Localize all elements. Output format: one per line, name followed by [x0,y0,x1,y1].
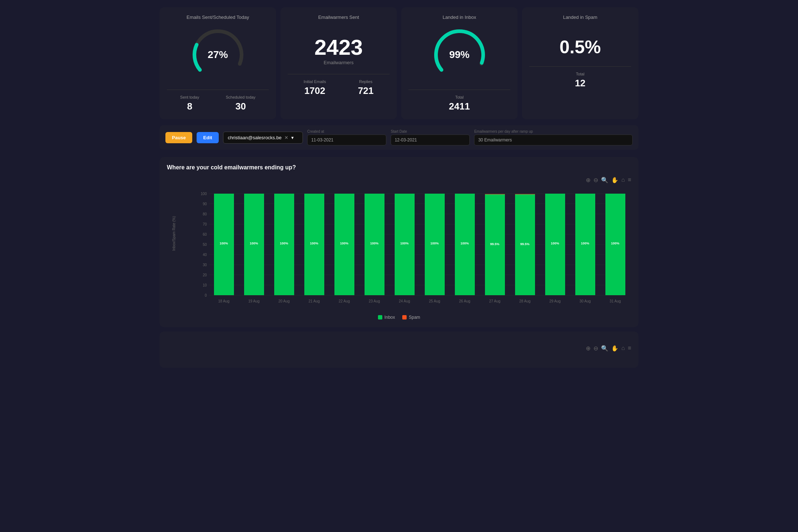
svg-text:99.5%: 99.5% [490,242,499,246]
filter-bar: Pause Edit christiaan@salesrocks.be ✕ ▾ … [160,125,638,150]
chart-zoom-out-icon[interactable]: ⊖ [593,177,598,183]
svg-text:0: 0 [205,293,207,297]
svg-text:100%: 100% [611,242,619,245]
svg-text:20 Aug: 20 Aug [278,299,289,303]
svg-text:90: 90 [203,202,207,206]
card-sent-scheduled: Emails Sent/Scheduled Today 27% Sent tod… [160,7,276,119]
stat-inbox-total-label: Total [449,95,470,99]
gauge-inbox-label: 99% [449,49,469,61]
card-spam: Landed in Spam 0.5% Total 12 [522,7,638,119]
svg-text:26 Aug: 26 Aug [459,299,470,303]
svg-text:99.5%: 99.5% [520,242,530,246]
filter-start-date: Start Date 12-03-2021 [391,129,470,145]
stat-replies-label: Replies [358,79,374,84]
card-inbox-stats: Total 2411 [408,90,510,112]
chart-home-icon[interactable]: ⌂ [621,177,625,183]
stat-scheduled-today-label: Scheduled today [226,95,255,99]
svg-text:100%: 100% [581,242,589,245]
gauge-inbox-wrap: 99% [431,26,489,84]
chart-menu-icon[interactable]: ≡ [628,177,631,183]
stat-spam-total-value: 12 [575,78,585,89]
ewarmers-big: 2423 Emailwarmers [288,26,390,69]
svg-text:28 Aug: 28 Aug [519,299,530,303]
stat-replies: Replies 721 [358,79,374,96]
pause-button[interactable]: Pause [165,132,192,143]
email-select-clear-icon[interactable]: ✕ [284,135,288,140]
ewarmers-number: 2423 [288,37,390,58]
chart-section-2: ⊕ ⊖ 🔍 ✋ ⌂ ≡ [160,331,638,368]
card-inbox: Landed in Inbox 99% Total 2411 [401,7,518,119]
svg-text:60: 60 [203,232,207,236]
stat-inbox-total-value: 2411 [449,101,470,112]
svg-text:20: 20 [203,273,207,277]
stat-inbox-total: Total 2411 [449,95,470,112]
chart-pan-icon[interactable]: ✋ [611,177,618,183]
edit-button[interactable]: Edit [197,132,219,143]
legend-inbox-dot [378,315,382,319]
stat-replies-value: 721 [358,85,374,96]
chart-toolbar: ⊕ ⊖ 🔍 ✋ ⌂ ≡ [167,177,631,183]
legend-inbox-label: Inbox [384,315,395,320]
card-emailwarmers: Emailwarmers Sent 2423 Emailwarmers Init… [280,7,397,119]
stat-initial-emails: Initial Emails 1702 [304,79,326,96]
spam-number: 0.5% [529,37,631,58]
svg-text:19 Aug: 19 Aug [248,299,259,303]
chart-wrapper: Inbox/Spam Rate (%) .grid-line { stroke:… [167,186,631,311]
email-select-chevron-icon[interactable]: ▾ [291,135,294,140]
stat-sent-today-label: Sent today [180,95,200,99]
stat-spam-total: Total 12 [575,72,585,89]
email-select-value: christiaan@salesrocks.be [228,135,281,140]
svg-text:30: 30 [203,263,207,267]
email-select[interactable]: christiaan@salesrocks.be ✕ ▾ [223,132,303,144]
svg-text:100%: 100% [551,242,559,245]
gauge-sent-container: 27% [167,26,269,84]
gauge-sent-label: 27% [207,49,228,61]
svg-text:21 Aug: 21 Aug [308,299,320,303]
chart-y-axis-label: Inbox/Spam Rate (%) [172,216,176,251]
chart2-pan-icon[interactable]: ✋ [611,345,618,352]
dashboard: Emails Sent/Scheduled Today 27% Sent tod… [160,7,638,368]
svg-text:31 Aug: 31 Aug [609,299,621,303]
bar-28aug-spam [515,194,535,194]
legend-inbox: Inbox [378,315,395,320]
card-spam-title: Landed in Spam [529,15,631,20]
stat-scheduled-today-value: 30 [226,101,255,112]
chart-search-icon[interactable]: 🔍 [601,177,608,183]
svg-text:100%: 100% [340,242,348,245]
filter-created-at: Created at 11-03-2021 [307,129,386,145]
stat-scheduled-today: Scheduled today 30 [226,95,255,112]
ewarmers-sub: Emailwarmers [288,60,390,65]
svg-text:29 Aug: 29 Aug [549,299,560,303]
chart2-menu-icon[interactable]: ≡ [628,345,631,352]
stat-spam-total-label: Total [575,72,585,76]
svg-text:100: 100 [201,192,207,196]
filter-created-at-value: 11-03-2021 [307,135,386,145]
chart2-home-icon[interactable]: ⌂ [621,345,625,352]
svg-text:100%: 100% [310,242,318,245]
legend-spam: Spam [402,315,420,320]
filter-ewarmers-per-day: Emailwarmers per day after ramp up 30 Em… [474,129,633,145]
spam-stats: Total 12 [529,66,631,89]
stat-sent-today-value: 8 [180,101,200,112]
chart2-search-icon[interactable]: 🔍 [601,345,608,352]
svg-text:80: 80 [203,212,207,216]
chart2-zoom-in-icon[interactable]: ⊕ [586,345,591,352]
svg-text:22 Aug: 22 Aug [338,299,350,303]
svg-text:100%: 100% [460,242,469,245]
chart-svg: .grid-line { stroke: #333; stroke-width:… [185,186,631,310]
card-sent-stats: Sent today 8 Scheduled today 30 [167,90,269,112]
filter-ewarmers-per-day-label: Emailwarmers per day after ramp up [474,129,633,133]
chart-legend: Inbox Spam [167,315,631,320]
filter-created-at-label: Created at [307,129,386,133]
stat-initial-emails-label: Initial Emails [304,79,326,84]
svg-text:100%: 100% [250,242,258,245]
chart2-zoom-out-icon[interactable]: ⊖ [593,345,598,352]
chart-title: Where are your cold emailwarmers ending … [167,164,631,171]
card-emailwarmers-title: Emailwarmers Sent [288,15,390,20]
chart-zoom-in-icon[interactable]: ⊕ [586,177,591,183]
stat-sent-today: Sent today 8 [180,95,200,112]
svg-text:100%: 100% [280,242,288,245]
chart-section: Where are your cold emailwarmers ending … [160,157,638,327]
svg-text:50: 50 [203,243,207,247]
svg-text:100%: 100% [370,242,378,245]
